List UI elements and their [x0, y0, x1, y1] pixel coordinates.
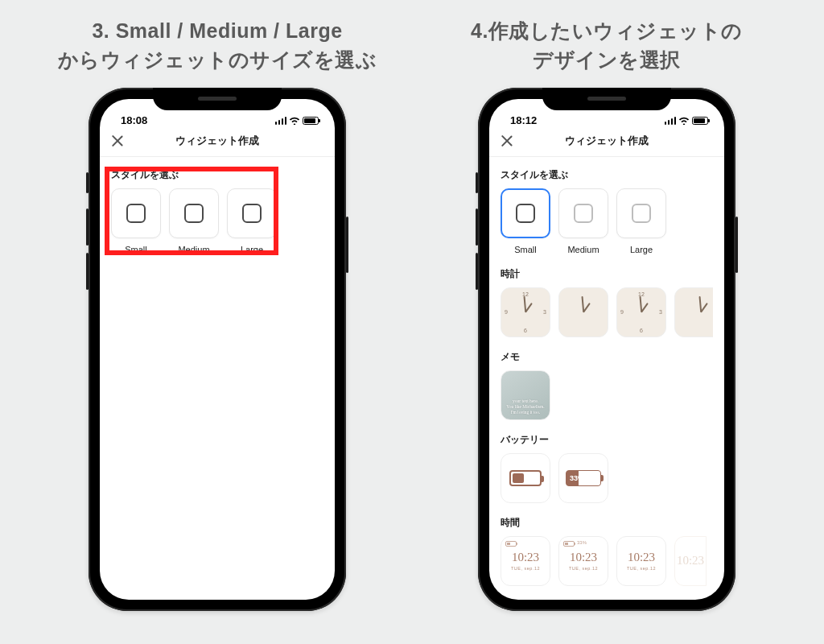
clock-widget-row: 12 3 6 9 12 — [501, 287, 713, 337]
phone-volume-down — [476, 253, 478, 290]
style-section-label: スタイルを選ぶ — [501, 168, 713, 182]
caption-line-1: 4.作成したいウィジェットの — [471, 19, 743, 42]
memo-widget-row: your text here. You like Michaelism. I'm… — [501, 370, 713, 420]
caption-line-2: からウィジェットのサイズを選ぶ — [58, 48, 377, 71]
phone-volume-up — [476, 208, 478, 246]
step-4-column: 4.作成したいウィジェットの デザインを選択 18:12 — [422, 0, 792, 644]
phone-mute-switch — [86, 172, 89, 193]
step-4-caption: 4.作成したいウィジェットの デザインを選択 — [422, 16, 792, 75]
size-option-large[interactable]: Large — [616, 188, 666, 254]
phone-mute-switch — [476, 172, 478, 193]
wifi-icon — [289, 116, 300, 127]
wifi-icon — [678, 116, 690, 127]
caption-line-2: デザインを選択 — [533, 48, 681, 71]
phone-power-button — [346, 217, 348, 273]
battery-icon — [303, 117, 319, 125]
step-3-caption: 3. Small / Medium / Large からウィジェットのサイズを選… — [32, 16, 402, 75]
clock-widget-option[interactable]: 12 3 6 9 — [501, 287, 550, 337]
time-widget-date: TUE, sep.12 — [511, 566, 540, 571]
nav-title: ウィジェット作成 — [100, 134, 335, 148]
close-icon[interactable] — [111, 134, 124, 147]
signal-icon — [665, 117, 677, 125]
battery-widget-row: 33% — [501, 453, 713, 503]
time-widget-batt-pct: 33% — [577, 540, 587, 545]
clock-widget-option[interactable] — [558, 287, 608, 337]
status-time: 18:12 — [510, 114, 537, 126]
section-memo-label: メモ — [501, 350, 713, 364]
phone-left: 18:08 ウィジェット作成 スタイルを選ぶ — [89, 88, 346, 611]
clock-widget-option[interactable]: 12 3 6 9 — [616, 287, 666, 337]
screen-left: 18:08 ウィジェット作成 スタイルを選ぶ — [100, 99, 335, 600]
section-battery-label: バッテリー — [501, 433, 713, 447]
phone-right: 18:12 ウィジェット作成 スタイルを選ぶ — [478, 88, 735, 611]
time-widget-date: TUE, sep.12 — [627, 566, 656, 571]
battery-icon — [692, 117, 708, 125]
status-time: 18:08 — [121, 114, 147, 126]
time-widget-time: 10:23 — [677, 554, 704, 568]
size-picker: Small Medium Large — [501, 188, 713, 254]
time-widget-row: 10:23 TUE, sep.12 33% 10:23 TUE, sep.12 … — [501, 536, 713, 586]
screen-right: 18:12 ウィジェット作成 スタイルを選ぶ — [489, 99, 724, 600]
phone-notch — [542, 88, 671, 110]
time-widget-date: TUE, sep.12 — [569, 566, 598, 571]
highlight-box — [105, 167, 278, 255]
battery-widget-option[interactable]: 33% — [558, 453, 608, 503]
close-icon[interactable] — [501, 134, 513, 147]
size-option-label: Large — [616, 245, 666, 254]
nav-title: ウィジェット作成 — [489, 134, 724, 148]
size-option-medium[interactable]: Medium — [558, 188, 608, 254]
memo-widget-option[interactable]: your text here. You like Michaelism. I'm… — [501, 370, 550, 420]
size-option-label: Medium — [558, 245, 608, 254]
battery-widget-option[interactable] — [501, 453, 550, 503]
nav-header: ウィジェット作成 — [100, 126, 335, 157]
caption-line-1: 3. Small / Medium / Large — [92, 19, 342, 42]
phone-volume-up — [86, 208, 89, 246]
signal-icon — [275, 117, 287, 125]
time-widget-option[interactable]: 33% 10:23 TUE, sep.12 — [558, 536, 608, 586]
nav-header: ウィジェット作成 — [489, 126, 724, 157]
memo-line: I'm loving it too. — [511, 410, 541, 415]
time-widget-option[interactable]: 10:23 — [674, 536, 707, 586]
phone-volume-down — [86, 253, 89, 290]
size-option-label: Small — [501, 245, 550, 254]
step-3-column: 3. Small / Medium / Large からウィジェットのサイズを選… — [32, 0, 402, 644]
time-widget-option[interactable]: 10:23 TUE, sep.12 — [501, 536, 550, 586]
clock-widget-option[interactable] — [674, 287, 713, 337]
section-clock-label: 時計 — [501, 267, 713, 281]
time-widget-time: 10:23 — [512, 551, 539, 564]
time-widget-option[interactable]: 10:23 TUE, sep.12 — [616, 536, 666, 586]
time-widget-time: 10:23 — [628, 551, 655, 564]
phone-notch — [153, 88, 282, 110]
time-widget-time: 10:23 — [570, 551, 597, 564]
section-time-label: 時間 — [501, 516, 713, 530]
size-option-small[interactable]: Small — [501, 188, 550, 254]
phone-power-button — [735, 217, 738, 273]
